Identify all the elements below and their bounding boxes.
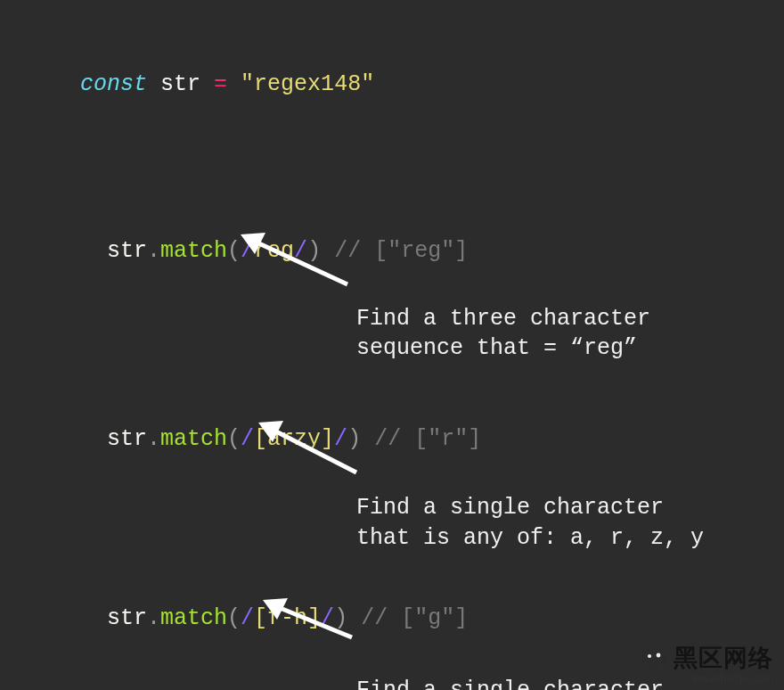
mushroom-icon <box>639 646 669 673</box>
watermark-title: 黑区网络 <box>674 645 773 671</box>
watermark: 黑区网络 www.heiqu.com <box>639 642 773 685</box>
object-ref: str <box>107 238 147 264</box>
regex-pattern: reg <box>254 238 294 264</box>
method-match: match <box>160 238 227 264</box>
object-ref: str <box>107 605 147 631</box>
example-1: str.match(/reg/) // ["reg"] Find a three… <box>27 206 757 364</box>
result-comment: // ["g"] <box>361 605 468 631</box>
code-line-2: str.match(/[arzy]/) // ["r"] <box>27 394 757 484</box>
explanation-text: Find a single character that is any of: … <box>356 493 757 554</box>
svg-point-9 <box>657 653 661 657</box>
svg-point-8 <box>648 654 651 658</box>
result-comment: // ["r"] <box>374 426 481 452</box>
regex-pattern: [arzy] <box>254 426 334 452</box>
result-comment: // ["reg"] <box>334 238 468 264</box>
regex-pattern: [f-h] <box>254 605 321 631</box>
explanation-text: Find a three character sequence that = “… <box>356 304 757 365</box>
method-match: match <box>160 605 227 631</box>
identifier-str: str <box>160 71 200 97</box>
declaration-line: const str = "regex148" <box>27 39 757 129</box>
string-literal: "regex148" <box>241 71 374 97</box>
example-2: str.match(/[arzy]/) // ["r"] Find a sing… <box>27 394 757 554</box>
object-ref: str <box>107 426 147 452</box>
code-illustration: const str = "regex148" str.match(/reg/) … <box>0 0 784 690</box>
keyword-const: const <box>80 71 147 97</box>
operator-equals: = <box>214 71 227 97</box>
code-line-1: str.match(/reg/) // ["reg"] <box>27 206 757 296</box>
method-match: match <box>160 426 227 452</box>
